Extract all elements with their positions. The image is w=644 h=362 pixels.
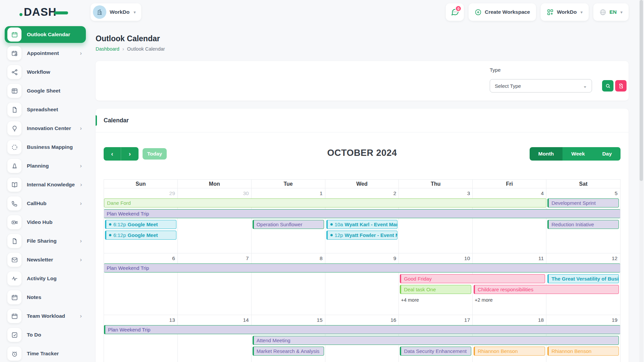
date-cell-16[interactable]: 16 [325,315,399,325]
activity-icon [7,272,21,286]
date-cell-19[interactable]: 19 [546,315,620,325]
workspace-switcher[interactable]: WorkDo ▾ [91,3,141,21]
dashed-circle-icon [7,140,21,154]
calendar-event[interactable]: Plan Weekend Trip [104,209,620,218]
sidebar-item-outlook-calendar[interactable]: Outlook Calendar [5,26,86,43]
date-cell-2[interactable]: 2 [325,188,399,198]
calendar-event[interactable]: 10aWyatt Karl - Event Manag [326,220,398,229]
calendar-event[interactable]: 6:12pGoogle Meet [105,231,176,240]
chevron-right-icon: › [80,181,84,188]
sidebar-item-notes[interactable]: Notes [5,289,86,306]
date-cell-12[interactable]: 12 [546,253,620,263]
search-button[interactable] [602,80,613,92]
date-cell-1[interactable]: 1 [252,188,325,198]
event-dot-icon [109,223,111,226]
sidebar-item-workflow[interactable]: Workflow [5,64,86,80]
calendar-event[interactable]: Good Friday [400,274,545,283]
sidebar-item-business-mapping[interactable]: Business Mapping [5,139,86,156]
prev-month-button[interactable]: ‹ [104,147,121,161]
workdo-menu-button[interactable]: WorkDo ▾ [541,3,589,21]
sidebar-item-spreadsheet[interactable]: Spreadsheet [5,101,86,118]
breadcrumb-dashboard-link[interactable]: Dashboard [96,46,119,52]
date-cell-29[interactable]: 29 [104,188,178,198]
date-cell-4[interactable]: 4 [473,188,546,198]
view-week-button[interactable]: Week [562,147,593,161]
date-cell-14[interactable]: 14 [178,315,252,325]
create-workspace-button[interactable]: Create Workspace [469,3,536,21]
calendar-event[interactable]: The Great Versatility of Business Jo [547,274,619,283]
sidebar-item-appointment[interactable]: Appointment› [5,45,86,62]
calendar-event[interactable]: Plan Weekend Trip [104,325,620,334]
event-title: Data Security Enhancement [404,348,467,354]
date-cell-18[interactable]: 18 [473,315,546,325]
calendar-event[interactable]: Reduction Initiative [547,220,619,229]
phone-icon [7,196,21,210]
date-cell-5[interactable]: 5 [546,188,620,198]
sidebar-item-planning[interactable]: Planning› [5,158,86,174]
scrollbar-thumb[interactable] [640,0,643,181]
date-cell-3[interactable]: 3 [399,188,473,198]
sidebar-item-callhub[interactable]: CallHub› [5,195,86,212]
view-day-button[interactable]: Day [594,147,621,161]
date-cell-6[interactable]: 6 [104,253,178,263]
calendar-event[interactable]: Operation Sunflower [253,220,324,229]
next-month-button[interactable]: › [121,147,139,161]
sidebar-item-label: Innovation Center [27,125,71,131]
calendar-event[interactable]: 6:12pGoogle Meet [105,220,176,229]
messages-button[interactable]: 0 [446,3,464,21]
sidebar-item-time-tracker[interactable]: Time Tracker [5,345,86,362]
calendar-event[interactable]: Plan Weekend Trip [104,263,620,273]
date-cell-30[interactable]: 30 [178,188,252,198]
type-select[interactable]: Select Type ⌄ [490,79,592,93]
today-button[interactable]: Today [143,148,167,160]
notes-icon [7,290,21,304]
sidebar-item-activity-log[interactable]: Activity Log [5,270,86,287]
calendar-event[interactable]: Rhiannon Benson [547,347,619,356]
calendar-event[interactable]: Development Sprint [547,198,619,207]
date-cell-17[interactable]: 17 [399,315,473,325]
sidebar-item-file-sharing[interactable]: File Sharing› [5,233,86,249]
calendar-event[interactable]: Attend Meeting [253,336,619,345]
sidebar-item-newsletter[interactable]: Newsletter› [5,251,86,268]
language-code: EN [609,9,617,15]
calendar-event[interactable]: 12pWyatt Fowler - Event Man [326,231,398,240]
date-cell-7[interactable]: 7 [178,253,252,263]
event-title: Deal task One [404,287,436,292]
language-selector[interactable]: EN ▾ [593,3,629,21]
view-month-button[interactable]: Month [530,147,562,161]
calendar-event[interactable]: Rhiannon Benson [474,347,545,356]
day-of-week-header: SunMonTueWedThuFriSat [104,180,620,188]
more-events-link[interactable]: +2 more [473,296,546,306]
event-title: Google Meet [128,232,158,238]
date-cell-8[interactable]: 8 [252,253,325,263]
calendar-week-row: 6789101112Plan Weekend TripGood FridayTh… [104,253,620,315]
date-cell-15[interactable]: 15 [252,315,325,325]
date-cell-11[interactable]: 11 [473,253,546,263]
date-cell-13[interactable]: 13 [104,315,178,325]
calendar-event[interactable]: Childcare responsibilities [474,285,619,294]
event-time: 6:12p [113,222,126,227]
sidebar-item-innovation-center[interactable]: Innovation Center› [5,120,86,137]
more-events-link[interactable]: +4 more [399,296,473,306]
reset-filter-button[interactable] [615,80,627,92]
date-cell-9[interactable]: 9 [325,253,399,263]
sidebar-item-video-hub[interactable]: Video Hub [5,214,86,231]
sidebar-item-google-sheet[interactable]: Google Sheet [5,82,86,99]
event-dot-icon [330,234,333,236]
sidebar-item-team-workload[interactable]: Team Workload› [5,308,86,324]
sidebar-item-label: Internal Knowledge [27,182,75,188]
calendar-event[interactable]: Deal task One [400,285,471,294]
day-header-thu: Thu [399,180,473,188]
calendar-event[interactable]: Dane Ford [104,198,546,207]
sidebar-item-to-do[interactable]: To Do [5,326,86,343]
chevron-right-icon: › [80,313,83,319]
date-cell-10[interactable]: 10 [399,253,473,263]
event-title: Plan Weekend Trip [107,211,149,217]
calendar-event[interactable]: Market Research & Analysis [253,347,324,356]
file-slash-icon [618,83,624,89]
calendar-event[interactable]: Data Security Enhancement [400,347,471,356]
event-title: Rhiannon Benson [551,348,591,354]
event-title: Wyatt Karl - Event Manag [345,222,398,227]
sidebar-item-internal-knowledge[interactable]: Internal Knowledge› [5,176,86,193]
page-scrollbar[interactable] [639,0,643,362]
